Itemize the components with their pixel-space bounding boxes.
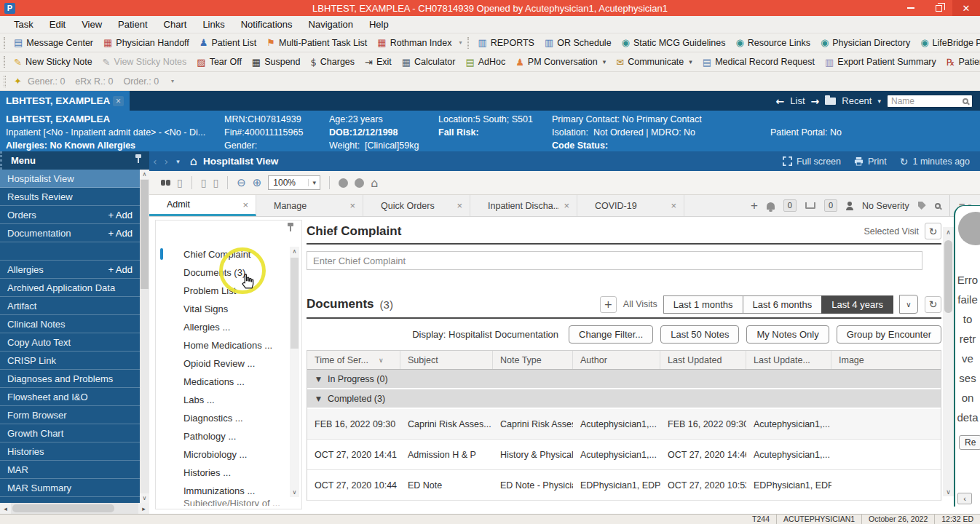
document-row[interactable]: OCT 27, 2020 14:41 Admission H & P Histo… xyxy=(307,440,941,470)
toolbar-button[interactable]: ▥ Export Patient Summary xyxy=(820,57,941,67)
menu-item[interactable]: Navigation xyxy=(301,19,361,30)
search-icon[interactable] xyxy=(935,203,941,209)
scroll-up-icon[interactable]: ∧ xyxy=(290,247,299,256)
sidebar-item[interactable]: MAR Summary xyxy=(0,479,140,497)
component-nav-item[interactable]: Documents (3) xyxy=(156,263,288,282)
refresh-documents-button[interactable]: ↻ xyxy=(925,296,941,313)
toolbar-button[interactable]: ▦ Suspend xyxy=(247,57,306,67)
dropdown-icon[interactable]: ▾ xyxy=(603,58,606,66)
patient-tab[interactable]: LBHTEST, EXAMPLEA × xyxy=(0,91,130,111)
column-header-author[interactable]: Author xyxy=(573,351,660,369)
retry-button[interactable]: Re xyxy=(959,435,980,450)
filter-button[interactable]: Group by Encounter xyxy=(837,325,941,344)
sidebar-horizontal-scrollbar[interactable]: ◂ ▸ xyxy=(0,503,149,514)
component-nav-item[interactable]: Pathology ... xyxy=(156,427,288,445)
column-header-time[interactable]: Time of Ser...∨ xyxy=(307,351,400,369)
menu-item[interactable]: Help xyxy=(361,19,397,30)
menu-item[interactable]: Edit xyxy=(42,19,74,30)
add-document-button[interactable]: + xyxy=(600,296,617,313)
sidebar-item[interactable]: MAR xyxy=(0,461,140,479)
toolbar-grip[interactable] xyxy=(467,37,469,49)
refresh-section-button[interactable]: ↻ xyxy=(925,223,941,239)
severity-person-icon[interactable] xyxy=(846,207,853,210)
toolbar-button[interactable]: ▤ AdHoc xyxy=(460,57,510,67)
scroll-right-icon[interactable]: ▸ xyxy=(138,503,149,514)
sidebar-item[interactable]: Copy Auto Text xyxy=(0,333,140,352)
toolbar-button[interactable]: ▨ Tear Off xyxy=(191,57,247,67)
toolbar-button[interactable]: ✎ View Sticky Notes xyxy=(98,57,192,67)
scrollbar-thumb[interactable] xyxy=(141,180,149,289)
scroll-up-icon[interactable]: ∧ xyxy=(140,170,149,179)
toolbar-button[interactable]: ▦ Rothman Index xyxy=(372,38,457,48)
filter-button[interactable]: Change Filter... xyxy=(569,325,653,344)
component-nav-item[interactable]: Home Medications ... xyxy=(156,336,288,354)
close-tab-icon[interactable]: × xyxy=(564,200,569,211)
list-label[interactable]: List xyxy=(790,95,805,106)
menu-item[interactable]: Notifications xyxy=(233,19,301,30)
close-tab-icon[interactable]: × xyxy=(457,200,462,211)
close-tab-icon[interactable]: × xyxy=(671,200,676,211)
toolbar-overflow-icon[interactable]: ▾ xyxy=(459,39,462,46)
patient-search-input[interactable] xyxy=(887,95,973,108)
fullscreen-button[interactable]: Full screen xyxy=(783,156,841,167)
menu-item[interactable]: View xyxy=(74,19,110,30)
sidebar-item[interactable]: Form Browser xyxy=(0,406,140,424)
zoom-out-icon[interactable]: ⊖ xyxy=(237,176,246,189)
component-nav-item[interactable]: Immunizations ... xyxy=(156,482,288,500)
component-nav-item[interactable]: Medications ... xyxy=(156,373,288,391)
component-nav-item[interactable]: Microbiology ... xyxy=(156,445,288,464)
column-header-last-updated-by[interactable]: Last Update... xyxy=(746,351,831,369)
sidebar-item[interactable]: Hospitalist View xyxy=(0,170,140,188)
sidebar-item[interactable]: Flowsheet and I&O xyxy=(0,388,140,406)
toolbar-button[interactable]: ▤ Medical Record Request xyxy=(698,57,820,67)
component-nav-item[interactable]: Chief Complaint xyxy=(156,245,288,263)
workflow-tab[interactable]: Manage × xyxy=(256,195,363,216)
table-group-row[interactable]: ▼ In Progress (0) xyxy=(307,370,941,389)
column-header-image[interactable]: Image xyxy=(831,351,941,369)
range-filter-button[interactable]: Last 1 months xyxy=(663,295,743,314)
toolbar-button[interactable]: ⚑ Multi-Patient Task List xyxy=(261,38,372,48)
component-nav-item[interactable]: Problem List xyxy=(156,282,288,300)
sidebar-item[interactable]: Histories xyxy=(0,442,140,461)
menu-item[interactable]: Links xyxy=(194,19,232,30)
sidebar-item[interactable]: Archived Application Data xyxy=(0,279,140,297)
table-group-row[interactable]: ▼ Completed (3) xyxy=(307,389,941,409)
sidebar-item[interactable]: Allergies + Add xyxy=(0,261,140,279)
toolbar-button[interactable]: $ Charges xyxy=(306,57,360,67)
bell-icon[interactable] xyxy=(767,202,775,210)
add-tab-icon[interactable]: + xyxy=(751,199,758,213)
toolbar-button[interactable]: ▦ Physician Handoff xyxy=(98,38,194,48)
recent-folder-icon[interactable] xyxy=(825,98,836,105)
list-back-icon[interactable]: ← xyxy=(776,95,785,107)
sidebar-item[interactable]: Diagnoses and Problems xyxy=(0,370,140,388)
record-icon[interactable] xyxy=(355,178,364,188)
component-nav-item[interactable]: Allergies ... xyxy=(156,318,288,336)
zoom-level-select[interactable]: 100% ▾ xyxy=(268,175,320,190)
recent-dropdown-icon[interactable]: ▾ xyxy=(877,98,881,105)
scroll-up-icon[interactable]: ∧ xyxy=(943,227,954,237)
sidebar-item[interactable]: Orders + Add xyxy=(0,206,140,224)
search-icon[interactable] xyxy=(963,98,968,104)
tag-icon[interactable] xyxy=(918,202,926,210)
zoom-in-icon[interactable]: ⊕ xyxy=(253,176,262,189)
menu-item[interactable]: Patient xyxy=(110,19,155,30)
all-visits-label[interactable]: All Visits xyxy=(623,299,657,309)
sidebar-add-button[interactable]: + Add xyxy=(108,228,133,239)
toolbar-overflow-icon[interactable]: ▾ xyxy=(171,78,174,84)
component-nav-item[interactable]: Opioid Review ... xyxy=(156,354,288,373)
sidebar-add-button[interactable]: + Add xyxy=(108,264,133,275)
nav-back-icon[interactable]: ‹ xyxy=(149,156,161,167)
scroll-down-icon[interactable]: ∨ xyxy=(140,493,149,503)
close-patient-tab-icon[interactable]: × xyxy=(113,96,124,106)
filter-button[interactable]: Last 50 Notes xyxy=(660,325,739,344)
content-scrollbar[interactable]: ∧ ∨ xyxy=(943,227,954,496)
toolbar-button[interactable]: ▦ Calculator xyxy=(397,57,461,67)
scroll-down-icon[interactable]: ∨ xyxy=(290,488,299,497)
nav-forward-icon[interactable]: › xyxy=(161,156,173,167)
range-dropdown-icon[interactable]: ∨ xyxy=(899,295,918,314)
toolbar-button[interactable]: ♟ Patient List xyxy=(194,38,262,48)
pin-icon[interactable] xyxy=(138,158,139,163)
next-page-icon[interactable]: ▯ xyxy=(213,177,218,188)
toolbar-grip[interactable] xyxy=(4,56,5,68)
scrollbar-thumb[interactable] xyxy=(291,258,299,349)
